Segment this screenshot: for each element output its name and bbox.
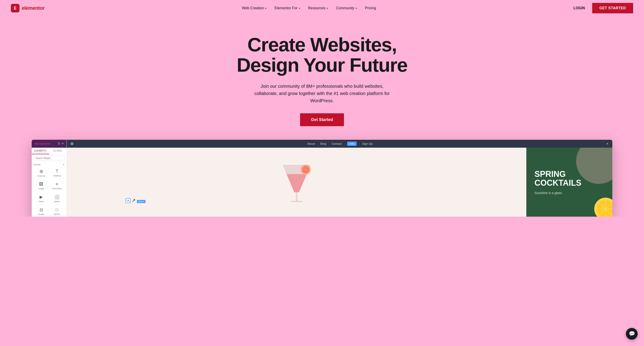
nav-item-resources[interactable]: Resources ▾ bbox=[308, 6, 328, 10]
editor-sidebar: elementor ☰ ✕ ELEMENTS GLOBAL BASIC ▾ ⊞ bbox=[32, 140, 67, 217]
button-icon: ⬜ bbox=[54, 194, 60, 199]
editor-canvas: ⚙ About Blog Contact Info Sign Up ✕ bbox=[67, 140, 612, 217]
cursor-indicator: ⊞ ↗ Button bbox=[126, 198, 146, 203]
nav-right: LOGIN GET STARTED bbox=[574, 3, 633, 13]
canvas-right: SPRING COCKTAILS Sunshine in a glass bbox=[526, 148, 612, 217]
editor-preview: elementor ☰ ✕ ELEMENTS GLOBAL BASIC ▾ ⊞ bbox=[32, 140, 612, 217]
svg-rect-1 bbox=[291, 201, 302, 202]
logo-name: elementor bbox=[22, 5, 44, 11]
editor-preview-wrapper: elementor ☰ ✕ ELEMENTS GLOBAL BASIC ▾ ⊞ bbox=[0, 140, 644, 217]
sidebar-header: elementor ☰ ✕ bbox=[32, 140, 66, 148]
lemon-decoration bbox=[592, 195, 612, 217]
canvas-heading: SPRING COCKTAILS bbox=[534, 170, 604, 187]
hero-cta-button[interactable]: Get Started bbox=[300, 113, 344, 126]
svg-rect-0 bbox=[296, 192, 298, 201]
spacer-icon: □ bbox=[56, 207, 58, 212]
tab-elements[interactable]: ELEMENTS bbox=[32, 148, 49, 154]
sidebar-widgets: ⊞ Columns T Heading 🖼 Image ≡ Text Edito… bbox=[32, 167, 66, 217]
logo-icon: E bbox=[11, 4, 20, 12]
nav-info[interactable]: Info bbox=[347, 142, 356, 146]
canvas-content: ⊞ ↗ Button SPRING COCKTAILS Sunshine in … bbox=[67, 148, 612, 217]
chevron-down-icon: ▾ bbox=[265, 7, 266, 9]
toolbar-right: ✕ bbox=[606, 142, 609, 145]
columns-icon: ⊞ bbox=[40, 169, 43, 174]
cursor-tooltip: Button bbox=[137, 200, 146, 203]
heading-icon: T bbox=[56, 169, 58, 174]
widget-divider[interactable]: ⊟ Divider bbox=[34, 205, 49, 217]
chevron-down-icon: ▾ bbox=[299, 7, 300, 9]
nav-item-elementor-for[interactable]: Elementor For ▾ bbox=[274, 6, 300, 10]
navbar: E elementor Web Creation ▾ Elementor For… bbox=[0, 0, 644, 16]
video-icon: ▶ bbox=[40, 194, 43, 199]
widget-spacer[interactable]: □ Spacer bbox=[49, 205, 65, 217]
chevron-down-icon: ▾ bbox=[327, 7, 328, 9]
sidebar-header-icons: ☰ ✕ bbox=[58, 142, 64, 145]
close-canvas-icon: ✕ bbox=[606, 142, 609, 145]
cocktail-glass bbox=[276, 157, 317, 207]
hero-heading: Create Websites, Design Your Future bbox=[220, 34, 424, 75]
canvas-left: ⊞ ↗ Button bbox=[67, 148, 526, 217]
widget-heading[interactable]: T Heading bbox=[49, 167, 65, 179]
image-icon: 🖼 bbox=[39, 182, 43, 187]
canvas-subtext: Sunshine in a glass bbox=[534, 191, 604, 195]
nav-item-web-creation[interactable]: Web Creation ▾ bbox=[242, 6, 266, 10]
widget-button[interactable]: ⬜ Button bbox=[49, 192, 65, 205]
drag-button-icon: ⊞ bbox=[126, 198, 130, 203]
nav-signup[interactable]: Sign Up bbox=[362, 142, 372, 145]
editor-toolbar: ⚙ About Blog Contact Info Sign Up ✕ bbox=[67, 140, 612, 148]
login-button[interactable]: LOGIN bbox=[574, 6, 585, 10]
menu-icon: ☰ bbox=[58, 142, 60, 145]
nav-item-community[interactable]: Community ▾ bbox=[336, 6, 357, 10]
hero-section: Create Websites, Design Your Future Join… bbox=[0, 16, 644, 140]
sidebar-logo: elementor bbox=[34, 142, 50, 145]
nav-about[interactable]: About bbox=[307, 142, 315, 145]
toolbar-left: ⚙ bbox=[70, 142, 74, 146]
tab-global[interactable]: GLOBAL bbox=[49, 148, 66, 154]
widget-columns[interactable]: ⊞ Columns bbox=[34, 167, 49, 179]
text-editor-icon: ≡ bbox=[56, 182, 58, 187]
lemon-svg bbox=[592, 195, 612, 217]
cocktail-svg bbox=[278, 158, 315, 206]
widget-video[interactable]: ▶ Video bbox=[34, 192, 49, 205]
nav-item-pricing[interactable]: Pricing bbox=[365, 6, 376, 10]
sidebar-tabs: ELEMENTS GLOBAL bbox=[32, 148, 66, 154]
section-basic-label: BASIC ▾ bbox=[32, 162, 66, 167]
widget-text-editor[interactable]: ≡ Text Editor bbox=[49, 180, 65, 192]
chevron-down-icon: ▾ bbox=[63, 163, 64, 166]
nav-links: Web Creation ▾ Elementor For ▾ Resources… bbox=[242, 6, 376, 10]
nav-contact[interactable]: Contact bbox=[332, 142, 342, 145]
widget-image[interactable]: 🖼 Image bbox=[34, 180, 49, 192]
sidebar-search bbox=[32, 154, 66, 162]
toolbar-nav: About Blog Contact Info Sign Up bbox=[307, 142, 373, 146]
divider-icon: ⊟ bbox=[40, 207, 43, 212]
cursor-arrow-icon: ↗ bbox=[132, 198, 136, 203]
hero-subtext: Join our community of 8M+ professionals … bbox=[252, 82, 392, 104]
get-started-nav-button[interactable]: GET STARTED bbox=[592, 3, 633, 13]
logo[interactable]: E elementor bbox=[11, 4, 44, 12]
search-widget-input[interactable] bbox=[34, 156, 65, 161]
nav-blog[interactable]: Blog bbox=[320, 142, 326, 145]
close-icon: ✕ bbox=[62, 142, 64, 145]
settings-icon: ⚙ bbox=[70, 142, 74, 146]
chevron-down-icon: ▾ bbox=[356, 7, 357, 9]
